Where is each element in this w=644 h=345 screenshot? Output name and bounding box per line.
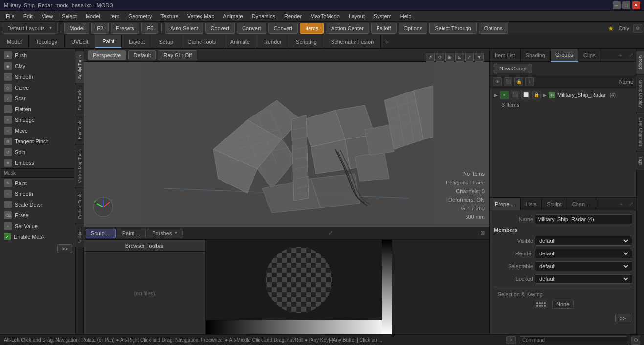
none-btn[interactable]: None <box>552 300 574 309</box>
gear-icon[interactable]: ⚙ <box>631 336 640 345</box>
right-side-tab-user-channels[interactable]: User Channels <box>636 113 644 151</box>
f6-btn[interactable]: F6 <box>141 23 158 34</box>
prop-tab-channels[interactable]: Chan ... <box>567 198 597 210</box>
tab-schematic[interactable]: Schematic Fusion <box>324 35 381 48</box>
menu-geometry[interactable]: Geometry <box>124 12 155 20</box>
side-tab-hair[interactable]: Hair Tools <box>75 115 84 144</box>
tab-uvedit[interactable]: UVEdit <box>65 35 95 48</box>
select-through-btn[interactable]: Select Through <box>429 23 476 34</box>
vp-menu-btn[interactable]: ▼ <box>475 53 484 62</box>
tool-enable-mask[interactable]: ✓ Enable Mask <box>1 231 74 242</box>
vp-icon2[interactable]: ⟳ <box>436 53 444 62</box>
prop-tab-sculpt[interactable]: Sculpt <box>542 198 567 210</box>
new-group-button[interactable]: New Group <box>494 64 532 73</box>
group-item-military[interactable]: ▶ ● ⬛ ⬜ 🔒 ▶ G Military_Ship_Radar (4) <box>490 89 636 101</box>
perspective-btn[interactable]: Perspective <box>88 50 126 60</box>
tool-smooth[interactable]: ~ Smooth <box>1 71 74 82</box>
tool-spin[interactable]: ↺ Spin <box>1 147 74 158</box>
menu-layout[interactable]: Layout <box>345 12 369 20</box>
tab-paint[interactable]: Paint <box>95 35 122 48</box>
selectable-input[interactable]: default <box>535 261 632 271</box>
brushes-tab[interactable]: Brushes ▼ <box>147 229 183 238</box>
tool-move[interactable]: ↔ Move <box>1 125 74 136</box>
texture-gradient-strip[interactable] <box>206 320 392 334</box>
auto-select-btn[interactable]: Auto Select <box>165 23 203 34</box>
menu-view[interactable]: View <box>38 12 57 20</box>
right-side-tab-groups[interactable]: Groups <box>636 51 644 74</box>
selectable-select[interactable]: default <box>537 263 630 270</box>
close-button[interactable]: ✕ <box>632 1 640 9</box>
tab-scripting[interactable]: Scripting <box>289 35 324 48</box>
menu-file[interactable]: File <box>2 12 19 20</box>
menu-texture[interactable]: Texture <box>157 12 182 20</box>
menu-model[interactable]: Model <box>82 12 104 20</box>
expand-right-panel-btn[interactable]: ⤢ <box>626 52 636 58</box>
tab-topology[interactable]: Topology <box>29 35 65 48</box>
render-select[interactable]: default <box>537 250 630 257</box>
side-tab-utilities[interactable]: Utilities <box>75 224 84 247</box>
right-tab-groups[interactable]: Groups <box>551 49 578 62</box>
right-tab-shading[interactable]: Shading <box>521 49 551 62</box>
right-side-tab-tags[interactable]: Tags <box>636 152 644 170</box>
f2-btn[interactable]: F2 <box>91 23 109 34</box>
group-icon-lock[interactable]: 🔒 <box>514 77 523 86</box>
options1-btn[interactable]: Options <box>399 23 428 34</box>
items-btn[interactable]: Items <box>300 23 324 34</box>
default-layouts-button[interactable]: Default Layouts ▼ <box>2 23 58 34</box>
menu-render[interactable]: Render <box>280 12 306 20</box>
viewport-canvas[interactable]: No Items Polygons : Face Channels: 0 Def… <box>84 62 489 227</box>
tool-scar[interactable]: / Scar <box>1 93 74 104</box>
menu-system[interactable]: System <box>370 12 396 20</box>
expand-btn[interactable]: ⤢ <box>325 229 335 237</box>
falloff-btn[interactable]: Falloff <box>371 23 397 34</box>
group-icon-info[interactable]: i <box>525 77 534 86</box>
tool-tangent-pinch[interactable]: ⊕ Tangent Pinch <box>1 136 74 147</box>
default-btn[interactable]: Default <box>128 50 156 60</box>
options2-btn[interactable]: Options <box>479 23 508 34</box>
tool-push[interactable]: ▲ Push <box>1 50 74 61</box>
menu-dynamics[interactable]: Dynamics <box>248 12 279 20</box>
tool-emboss[interactable]: ⊗ Emboss <box>1 158 74 168</box>
collapse-btn[interactable]: ⊠ <box>477 229 488 237</box>
ray-gl-btn[interactable]: Ray GL: Off <box>158 50 197 60</box>
render-input[interactable]: default <box>535 249 632 258</box>
menu-item[interactable]: Item <box>105 12 123 20</box>
convert-btn-1[interactable]: Convert <box>205 23 235 34</box>
status-scroll-btn[interactable]: > <box>506 336 516 344</box>
forward-btn[interactable]: >> <box>615 314 630 322</box>
minimize-button[interactable]: ─ <box>613 1 621 9</box>
group-icon-eye[interactable]: 👁 <box>493 77 502 86</box>
menu-animate[interactable]: Animate <box>219 12 246 20</box>
prop-tab-lists[interactable]: Lists <box>521 198 542 210</box>
tool-set-value[interactable]: = Set Value <box>1 221 74 231</box>
side-tab-sculpt[interactable]: Sculpt Tools <box>75 51 84 83</box>
menu-vertex-map[interactable]: Vertex Map <box>183 12 219 20</box>
group-select-btn[interactable]: ⬜ <box>521 91 530 99</box>
visible-input[interactable]: default <box>535 236 632 246</box>
tool-flatten[interactable]: — Flatten <box>1 104 74 115</box>
tool-mask-smooth[interactable]: ~ Smooth <box>1 188 74 199</box>
texture-side-strip[interactable] <box>382 240 392 334</box>
add-tab-btn[interactable]: + <box>381 35 393 48</box>
side-tab-particle[interactable]: Particle Tools <box>75 188 84 223</box>
tab-setup[interactable]: Setup <box>152 35 180 48</box>
menu-maxtomode[interactable]: MaxToModo <box>307 12 344 20</box>
tab-model[interactable]: Model <box>0 35 29 48</box>
tab-render[interactable]: Render <box>257 35 289 48</box>
tool-clay[interactable]: ◆ Clay <box>1 61 74 71</box>
tool-smudge[interactable]: ≈ Smudge <box>1 115 74 125</box>
right-side-tab-group-display[interactable]: Group Display <box>636 75 644 112</box>
expand-prop-btn[interactable]: ⤢ <box>626 201 636 207</box>
action-center-btn[interactable]: Action Center <box>326 23 369 34</box>
group-icon-render[interactable]: ⬛ <box>504 77 512 86</box>
maximize-button[interactable]: □ <box>622 1 630 9</box>
locked-input[interactable]: default <box>535 274 632 284</box>
presets-btn[interactable]: Presets <box>111 23 139 34</box>
prop-tab-properties[interactable]: Prope ... <box>490 198 521 210</box>
right-tab-item-list[interactable]: Item List <box>490 49 521 62</box>
side-tab-paint[interactable]: Paint Tools <box>75 84 84 115</box>
menu-help[interactable]: Help <box>397 12 416 20</box>
convert-btn-3[interactable]: Convert <box>268 23 298 34</box>
side-tab-vertex-map[interactable]: Vertex Map Tools <box>75 145 84 187</box>
vp-expand-btn[interactable]: ⤢ <box>465 53 474 62</box>
